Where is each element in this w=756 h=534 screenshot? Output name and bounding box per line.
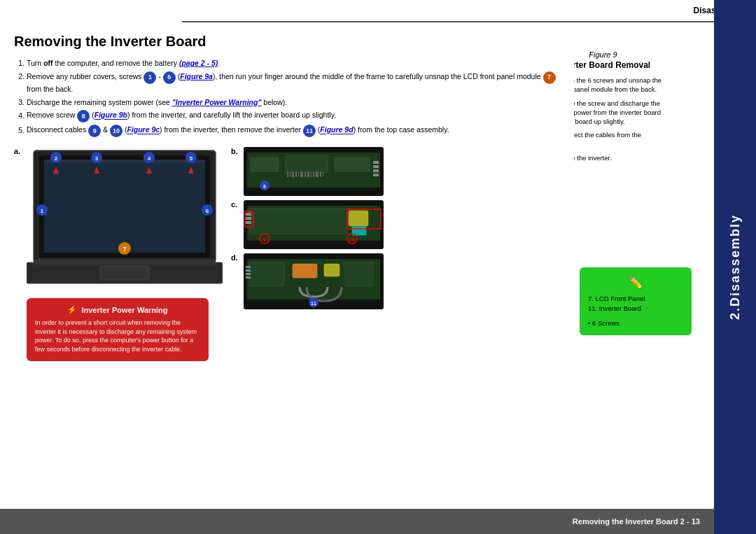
svg-rect-27 — [251, 157, 279, 171]
right-column: b. — [231, 147, 384, 360]
image-a-container: a. — [14, 147, 223, 287]
svg-rect-48 — [373, 174, 379, 176]
left-column: a. — [14, 147, 223, 360]
svg-rect-38 — [311, 171, 312, 177]
note-box: ✏️ 7. LCD Front Panel 11. Inverter Board… — [580, 267, 692, 335]
badge-1: 1 — [144, 71, 156, 84]
svg-rect-51 — [249, 209, 347, 234]
svg-rect-46 — [373, 165, 379, 168]
figure-notes: a. Remove the 6 screws and unsnap the LC… — [574, 76, 664, 162]
svg-rect-41 — [320, 171, 321, 177]
instruction-5: Disconnect cables 9 & 10 (Figure 9c) fro… — [27, 125, 560, 137]
image-d: 11 — [244, 253, 384, 309]
svg-rect-71 — [246, 266, 251, 268]
svg-rect-40 — [316, 171, 318, 177]
instructions-list: Turn off the computer, and remove the ba… — [14, 58, 560, 137]
sidebar-tab-label: 2.Disassembly — [728, 214, 743, 320]
badge-11: 11 — [303, 125, 316, 137]
svg-rect-45 — [373, 161, 379, 164]
images-area: a. — [14, 147, 560, 360]
badge-8: 8 — [77, 110, 90, 122]
svg-rect-30 — [287, 171, 288, 177]
pencil-icon: ✏️ — [588, 274, 683, 291]
circuit-board-b-svg: 8 — [244, 147, 384, 196]
note-container: ✏️ 7. LCD Front Panel 11. Inverter Board… — [580, 267, 714, 335]
svg-text:1: 1 — [41, 208, 44, 214]
svg-rect-5 — [34, 259, 216, 265]
badge-6: 6 — [163, 71, 176, 84]
right-panel: Figure 9 Inverter Board Removal a. Remov… — [574, 22, 714, 509]
footer-text: Removing the Inverter Board 2 - 13 — [573, 517, 700, 526]
sidebar-tab: 2.Disassembly — [714, 0, 756, 534]
image-a: 2 3 4 5 — [27, 147, 223, 287]
badge-9: 9 — [88, 125, 101, 137]
image-b-label: b. — [231, 147, 241, 155]
svg-rect-42 — [323, 171, 323, 177]
svg-rect-35 — [300, 171, 303, 177]
svg-rect-39 — [313, 171, 314, 177]
svg-rect-67 — [324, 264, 340, 276]
image-a-label: a. — [14, 147, 24, 155]
instruction-2: Remove any rubber covers, screws 1 - 6 (… — [27, 71, 560, 95]
svg-rect-37 — [307, 171, 309, 177]
page-title: Removing the Inverter Board — [14, 34, 560, 50]
svg-text:5: 5 — [190, 155, 193, 162]
page-header: Disassembly — [182, 0, 756, 22]
svg-text:9: 9 — [263, 237, 266, 242]
svg-text:11: 11 — [311, 301, 316, 306]
note-item2: 11. Inverter Board — [588, 304, 683, 314]
svg-rect-32 — [292, 171, 294, 177]
svg-rect-6 — [100, 266, 149, 280]
page-footer: Removing the Inverter Board 2 - 13 — [0, 509, 714, 534]
warning-text: In order to prevent a short circuit when… — [35, 318, 200, 353]
svg-rect-61 — [245, 211, 253, 227]
svg-text:4: 4 — [148, 155, 151, 162]
svg-rect-31 — [290, 171, 290, 177]
svg-rect-2 — [44, 160, 205, 253]
svg-rect-33 — [295, 171, 297, 177]
image-c-label: c. — [231, 200, 241, 209]
image-d-label: d. — [231, 253, 241, 262]
svg-rect-65 — [249, 262, 284, 286]
svg-text:8: 8 — [263, 184, 266, 189]
circuit-board-d-svg: 11 — [244, 253, 384, 309]
svg-rect-28 — [286, 155, 328, 173]
svg-rect-34 — [298, 171, 299, 177]
badge-7: 7 — [543, 71, 556, 84]
warning-icon: ⚡ — [67, 305, 77, 314]
laptop-svg: 2 3 4 5 — [27, 147, 223, 287]
note-bullet: • 6 Screws — [588, 318, 683, 328]
image-c: 9 10 — [244, 200, 384, 249]
svg-text:3: 3 — [95, 155, 99, 162]
figure-box: Figure 9 Inverter Board Removal a. Remov… — [574, 45, 672, 175]
warning-box: ⚡ Inverter Power Warning In order to pre… — [27, 298, 209, 360]
svg-rect-62 — [347, 209, 381, 229]
circuit-board-c-svg: 9 10 — [244, 200, 384, 249]
image-c-container: c. — [231, 200, 384, 249]
image-b: 8 — [244, 147, 384, 196]
svg-text:10: 10 — [349, 237, 355, 242]
svg-text:2: 2 — [55, 155, 58, 162]
svg-rect-36 — [304, 171, 306, 177]
svg-rect-73 — [246, 273, 251, 275]
image-b-container: b. — [231, 147, 384, 196]
instruction-3: Discharge the remaining system power (se… — [27, 97, 560, 108]
svg-text:7: 7 — [122, 246, 126, 253]
image-d-container: d. — [231, 253, 384, 309]
warning-title: ⚡ Inverter Power Warning — [35, 305, 200, 314]
svg-rect-3 — [44, 160, 205, 163]
figure-label: Figure 9 — [574, 50, 664, 59]
svg-rect-66 — [293, 264, 317, 278]
figure-title: Inverter Board Removal — [574, 60, 664, 70]
svg-text:6: 6 — [206, 208, 209, 214]
svg-rect-47 — [373, 169, 379, 172]
main-content: Removing the Inverter Board Turn off the… — [0, 22, 574, 509]
badge-10: 10 — [110, 125, 122, 137]
svg-rect-72 — [246, 269, 251, 272]
svg-rect-68 — [345, 262, 373, 286]
instruction-1: Turn off the computer, and remove the ba… — [27, 58, 560, 69]
svg-rect-29 — [335, 157, 370, 171]
svg-rect-74 — [246, 276, 251, 279]
note-item1: 7. LCD Front Panel — [588, 294, 683, 304]
instruction-4: Remove screw 8 (Figure 9b) from the inve… — [27, 110, 560, 122]
